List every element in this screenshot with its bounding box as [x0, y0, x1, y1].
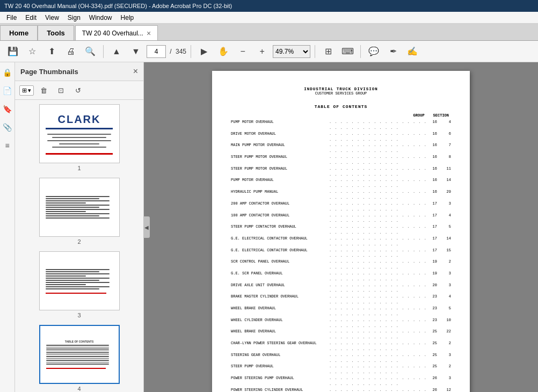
- page-icon[interactable]: 📄: [2, 85, 13, 97]
- pen-button[interactable]: ✒: [384, 43, 402, 60]
- delete-page-button[interactable]: 🗑: [36, 83, 51, 97]
- attachment-icon[interactable]: 📎: [2, 121, 13, 133]
- toc-entry-dots: . . . . . . . . . . . . . . . . . . . . …: [329, 375, 427, 387]
- zoom-select[interactable]: 49.7% 50% 75% 100% 125% 150% 200%: [273, 45, 310, 58]
- toc-entry-name: WHEEL BRAKE OVERHAUL: [231, 306, 329, 311]
- hand-tool-button[interactable]: ✋: [215, 43, 232, 60]
- toc-row: 200 AMP CONTACTOR OVERHAUL . . . . . . .…: [231, 201, 451, 213]
- document-page: INDUSTRIAL TRUCK DIVISION CUSTOMER SERVI…: [212, 71, 470, 392]
- insert-page-button[interactable]: ⊡: [53, 83, 68, 97]
- toc-entry-dots: . . . . . . . . . . . . . . . . . . . . …: [329, 154, 427, 166]
- sign-button[interactable]: ✍: [404, 43, 421, 60]
- menu-view[interactable]: View: [41, 13, 63, 23]
- toc-entry-name: CHAR-LYNN POWER STEERING GEAR OVERHAUL: [231, 340, 329, 346]
- select-tool-button[interactable]: ▶: [195, 43, 213, 60]
- toc-entry-section: 11: [439, 166, 451, 172]
- toc-entry-name: BRAKE MASTER CYLINDER OVERHAUL: [231, 294, 329, 300]
- toc-row: MAIN PUMP MOTOR OVERHAUL . . . . . . . .…: [231, 142, 451, 154]
- reduce-button[interactable]: 🔍: [82, 43, 99, 60]
- comment-button[interactable]: 💬: [365, 43, 382, 60]
- toc-entry-section: 3: [439, 282, 451, 288]
- sidebar-close-button[interactable]: ×: [133, 67, 138, 76]
- menu-window[interactable]: Window: [85, 13, 117, 23]
- menu-help[interactable]: Help: [117, 13, 139, 23]
- division-name: CUSTOMER SERVICES GROUP: [231, 91, 451, 96]
- thumbnail-page-4[interactable]: TABLE OF CONTENTS: [19, 325, 139, 392]
- toc-entry-group: 16: [427, 119, 439, 125]
- thumbnail-page-2[interactable]: 2: [19, 178, 139, 245]
- toc-row: HYDRAULIC PUMP MANUAL . . . . . . . . . …: [231, 189, 451, 201]
- toc-entry-dots: . . . . . . . . . . . . . . . . . . . . …: [329, 259, 427, 271]
- prev-page-button[interactable]: ▲: [108, 43, 125, 60]
- tab-document-label: TW 20 40 Overhaul...: [82, 30, 143, 37]
- page-number-input[interactable]: [147, 45, 166, 58]
- tab-close-button[interactable]: ×: [147, 30, 151, 37]
- rotate-page-button[interactable]: ↺: [70, 83, 85, 97]
- document-view[interactable]: INDUSTRIAL TRUCK DIVISION CUSTOMER SERVI…: [144, 62, 538, 392]
- title-bar: TW 20 40 Overhaul Manual (OH-334).pdf (S…: [0, 0, 538, 12]
- toc-entry-name: STEER PUMP OVERHAUL: [231, 364, 329, 369]
- toc-row: WHEEL BRAKE OVERHAUL . . . . . . . . . .…: [231, 329, 451, 340]
- toc-entry-name: PUMP MOTOR OVERHAUL: [231, 177, 329, 183]
- bookmark-button[interactable]: ☆: [24, 43, 41, 60]
- toc-entry-group: 19: [427, 271, 439, 277]
- toc-entry-name: PUMP MOTOR OVERHAUL: [231, 119, 329, 125]
- toc-entry-group: 16: [427, 189, 439, 195]
- menu-file[interactable]: File: [2, 13, 21, 23]
- company-name: INDUSTRIAL TRUCK DIVISION: [231, 87, 451, 91]
- toc-entry-group: 17: [427, 236, 439, 242]
- toc-entry-dots: . . . . . . . . . . . . . . . . . . . . …: [329, 142, 427, 154]
- bookmark-side-icon[interactable]: 🔖: [2, 103, 13, 115]
- zoom-out-button[interactable]: −: [234, 43, 251, 60]
- thumbnail-options-button[interactable]: ⊞ ▾: [19, 85, 34, 96]
- layers-icon[interactable]: ≡: [2, 140, 13, 151]
- upload-button[interactable]: ⬆: [43, 43, 60, 60]
- menu-edit[interactable]: Edit: [21, 13, 41, 23]
- toc-entry-dots: . . . . . . . . . . . . . . . . . . . . …: [329, 329, 427, 340]
- sidebar-collapse-handle[interactable]: ◀: [143, 216, 150, 238]
- toc-entry-name: G.E. ELECTRICAL CONTACTOR OVERHAUL: [231, 236, 329, 242]
- tab-home[interactable]: Home: [0, 25, 38, 40]
- toc-entry-group: 25: [427, 352, 439, 358]
- thumbnail-num-3: 3: [77, 312, 81, 318]
- thumbnail-page-1[interactable]: CLARK 1: [19, 104, 139, 171]
- toc-entry-group: 26: [427, 375, 439, 381]
- lock-icon[interactable]: 🔒: [2, 67, 13, 78]
- toc-entry-section: 5: [439, 224, 451, 230]
- zoom-in-button[interactable]: +: [253, 43, 271, 60]
- tab-document[interactable]: TW 20 40 Overhaul... ×: [75, 25, 158, 40]
- toc-entry-group: 19: [427, 259, 439, 265]
- save-button[interactable]: 💾: [4, 43, 21, 60]
- toc-row: PUMP MOTOR OVERHAUL . . . . . . . . . . …: [231, 177, 451, 189]
- menu-sign[interactable]: Sign: [63, 13, 85, 23]
- toc-entry-section: 10: [439, 317, 451, 323]
- toc-entry-name: STEER PUMP MOTOR OVERHAUL: [231, 166, 329, 172]
- toc-entry-dots: . . . . . . . . . . . . . . . . . . . . …: [329, 166, 427, 178]
- toc-row: PUMP MOTOR OVERHAUL . . . . . . . . . . …: [231, 119, 451, 131]
- toc-entries: PUMP MOTOR OVERHAUL . . . . . . . . . . …: [231, 119, 451, 392]
- toc-entry-dots: . . . . . . . . . . . . . . . . . . . . …: [329, 236, 427, 248]
- toc-row: STEER PUMP CONTACTOR OVERHAUL . . . . . …: [231, 224, 451, 236]
- thumbnail-num-4: 4: [77, 386, 81, 392]
- toc-entry-section: 5: [439, 306, 451, 311]
- view-mode-button[interactable]: ⊞: [319, 43, 337, 60]
- next-page-button[interactable]: ▼: [127, 43, 144, 60]
- separator-1: [103, 45, 104, 58]
- menu-bar: File Edit View Sign Window Help: [0, 12, 538, 24]
- separator-4: [360, 45, 361, 58]
- toc-entry-dots: . . . . . . . . . . . . . . . . . . . . …: [329, 224, 427, 236]
- sidebar-scroll[interactable]: CLARK 1: [15, 100, 143, 392]
- keyboard-button[interactable]: ⌨: [339, 43, 356, 60]
- toc-entry-section: 4: [439, 294, 451, 300]
- thumbnail-img-1: CLARK: [39, 104, 120, 163]
- toc-entry-group: 26: [427, 387, 439, 392]
- toc-row: CHAR-LYNN POWER STEERING GEAR OVERHAUL .…: [231, 340, 451, 352]
- tab-tools[interactable]: Tools: [38, 25, 74, 40]
- thumbnail-num-2: 2: [77, 238, 81, 245]
- toc-entry-dots: . . . . . . . . . . . . . . . . . . . . …: [329, 213, 427, 224]
- page-navigation: / 345: [147, 45, 186, 58]
- col-section-header: SECTION: [433, 113, 449, 118]
- toc-entry-dots: . . . . . . . . . . . . . . . . . . . . …: [329, 352, 427, 364]
- print-button[interactable]: 🖨: [62, 43, 79, 60]
- thumbnail-page-3[interactable]: 3: [19, 251, 139, 318]
